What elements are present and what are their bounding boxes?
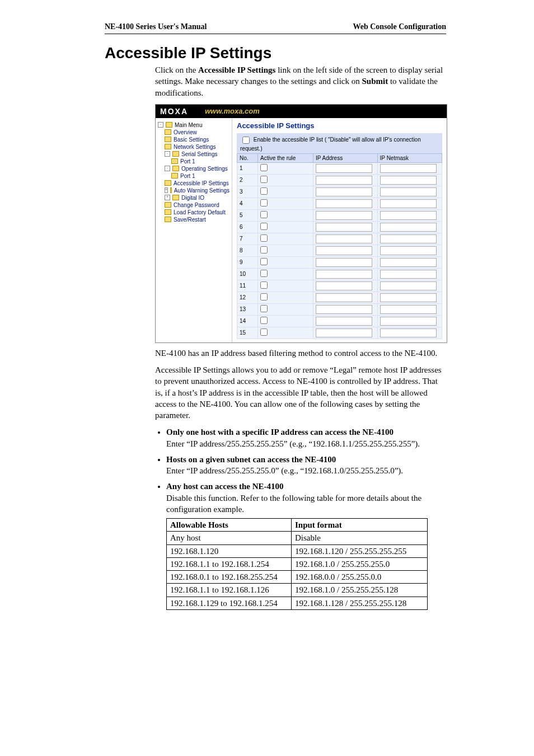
ip-row: 8 bbox=[237, 245, 442, 256]
moxa-logo: MOXA bbox=[160, 107, 188, 116]
row-mask-input[interactable] bbox=[380, 199, 437, 208]
folder-icon bbox=[165, 144, 171, 149]
row-ip-input[interactable] bbox=[316, 317, 372, 326]
embedded-screenshot: MOXA www.moxa.com - Main Menu Overview B… bbox=[155, 104, 447, 343]
row-active-checkbox[interactable] bbox=[260, 270, 268, 277]
nav-operating-settings[interactable]: Operating Settings bbox=[181, 166, 228, 172]
row-mask-input[interactable] bbox=[380, 234, 437, 243]
row-ip-input[interactable] bbox=[316, 305, 372, 314]
cell-format: 192.168.1.0 / 255.255.255.128 bbox=[292, 584, 428, 597]
cell-format: 192.168.1.128 / 255.255.255.128 bbox=[292, 597, 428, 609]
folder-icon bbox=[165, 202, 171, 208]
tree-toggle-icon[interactable]: + bbox=[165, 195, 170, 200]
row-mask-input[interactable] bbox=[380, 176, 437, 185]
row-mask-input[interactable] bbox=[380, 246, 437, 255]
header-left: NE-4100 Series User's Manual bbox=[105, 22, 207, 31]
row-no: 14 bbox=[237, 315, 258, 327]
nav-change-password[interactable]: Change Password bbox=[174, 202, 219, 208]
cell-format: 192.168.1.120 / 255.255.255.255 bbox=[292, 544, 428, 557]
row-active-checkbox[interactable] bbox=[260, 305, 268, 312]
row-no: 8 bbox=[237, 245, 258, 256]
nav-digital-io[interactable]: Digital IO bbox=[181, 195, 204, 201]
ip-row: 6 bbox=[237, 221, 442, 233]
tree-toggle-icon[interactable]: + bbox=[165, 187, 168, 193]
row-ip-input[interactable] bbox=[316, 211, 372, 220]
nav-network-settings[interactable]: Network Settings bbox=[174, 144, 216, 150]
nav-save-restart[interactable]: Save/Restart bbox=[174, 217, 206, 223]
row-ip-input[interactable] bbox=[316, 199, 372, 208]
row-ip-input[interactable] bbox=[316, 328, 372, 337]
nav-port1b[interactable]: Port 1 bbox=[180, 173, 195, 179]
row-active-checkbox[interactable] bbox=[260, 187, 268, 195]
row-mask-input[interactable] bbox=[380, 317, 437, 326]
cell-hosts: 192.168.1.129 to 192.168.1.254 bbox=[167, 597, 292, 609]
bullet-head: Any host can access the NE-4100 bbox=[166, 482, 284, 491]
row-mask-input[interactable] bbox=[380, 258, 437, 267]
cell-format: Disable bbox=[292, 532, 428, 544]
enable-label: Enable the accessible IP list ( "Disable… bbox=[240, 137, 421, 152]
tree-toggle-icon[interactable]: - bbox=[165, 151, 170, 157]
row-ip-input[interactable] bbox=[316, 270, 372, 279]
nav-basic-settings[interactable]: Basic Settings bbox=[174, 137, 209, 143]
nav-overview[interactable]: Overview bbox=[174, 129, 197, 135]
row-active-checkbox[interactable] bbox=[260, 328, 268, 336]
bullet-item: Any host can access the NE-4100Disable t… bbox=[166, 481, 446, 610]
row-no: 10 bbox=[237, 268, 258, 280]
row-no: 2 bbox=[237, 174, 258, 186]
tree-toggle-icon[interactable]: - bbox=[158, 122, 163, 128]
nav-load-factory[interactable]: Load Factory Default bbox=[174, 209, 226, 215]
row-mask-input[interactable] bbox=[380, 328, 437, 337]
row-active-checkbox[interactable] bbox=[260, 211, 268, 218]
nav-serial-settings[interactable]: Serial Settings bbox=[181, 151, 217, 157]
row-active-checkbox[interactable] bbox=[260, 176, 268, 183]
row-mask-input[interactable] bbox=[380, 293, 437, 302]
row-mask-input[interactable] bbox=[380, 223, 437, 232]
row-ip-input[interactable] bbox=[316, 281, 372, 290]
row-active-checkbox[interactable] bbox=[260, 164, 268, 171]
row-ip-input[interactable] bbox=[316, 246, 372, 255]
row-ip-input[interactable] bbox=[316, 164, 372, 173]
folder-icon bbox=[165, 209, 171, 215]
format-row: 192.168.1.129 to 192.168.1.254192.168.1.… bbox=[167, 597, 428, 609]
nav-accessible-ip[interactable]: Accessible IP Settings bbox=[174, 180, 229, 186]
row-ip-input[interactable] bbox=[316, 187, 372, 196]
row-active-checkbox[interactable] bbox=[260, 258, 268, 265]
folder-icon bbox=[172, 151, 179, 157]
row-mask-input[interactable] bbox=[380, 211, 437, 220]
row-no: 6 bbox=[237, 221, 258, 233]
row-mask-input[interactable] bbox=[380, 270, 437, 279]
ip-row: 4 bbox=[237, 198, 442, 209]
row-mask-input[interactable] bbox=[380, 281, 437, 290]
row-no: 11 bbox=[237, 280, 258, 292]
row-ip-input[interactable] bbox=[316, 293, 372, 302]
cell-hosts: Any host bbox=[167, 532, 292, 544]
nav-port1a[interactable]: Port 1 bbox=[180, 158, 195, 165]
row-no: 3 bbox=[237, 186, 258, 198]
header-rule bbox=[105, 34, 446, 34]
intro-paragraph: Click on the Accessible IP Settings link… bbox=[155, 64, 446, 98]
row-active-checkbox[interactable] bbox=[260, 246, 268, 253]
row-ip-input[interactable] bbox=[316, 258, 372, 267]
page-title: Accessible IP Settings bbox=[105, 44, 446, 62]
row-active-checkbox[interactable] bbox=[260, 317, 268, 324]
row-ip-input[interactable] bbox=[316, 176, 372, 185]
row-ip-input[interactable] bbox=[316, 234, 372, 243]
paragraph-2: NE-4100 has an IP address based filterin… bbox=[155, 348, 446, 359]
tree-toggle-icon[interactable]: - bbox=[165, 166, 170, 171]
row-mask-input[interactable] bbox=[380, 187, 437, 196]
ip-row: 11 bbox=[237, 280, 442, 292]
enable-checkbox[interactable] bbox=[242, 137, 250, 144]
row-no: 1 bbox=[237, 162, 258, 174]
row-mask-input[interactable] bbox=[380, 164, 437, 173]
row-ip-input[interactable] bbox=[316, 223, 372, 232]
nav-auto-warning[interactable]: Auto Warning Settings bbox=[174, 187, 229, 194]
row-active-checkbox[interactable] bbox=[260, 234, 268, 242]
row-no: 4 bbox=[237, 198, 258, 209]
row-active-checkbox[interactable] bbox=[260, 223, 268, 230]
row-active-checkbox[interactable] bbox=[260, 281, 268, 289]
row-no: 13 bbox=[237, 303, 258, 315]
row-mask-input[interactable] bbox=[380, 305, 437, 314]
moxa-url: www.moxa.com bbox=[205, 107, 260, 115]
row-active-checkbox[interactable] bbox=[260, 293, 268, 300]
row-active-checkbox[interactable] bbox=[260, 199, 268, 206]
